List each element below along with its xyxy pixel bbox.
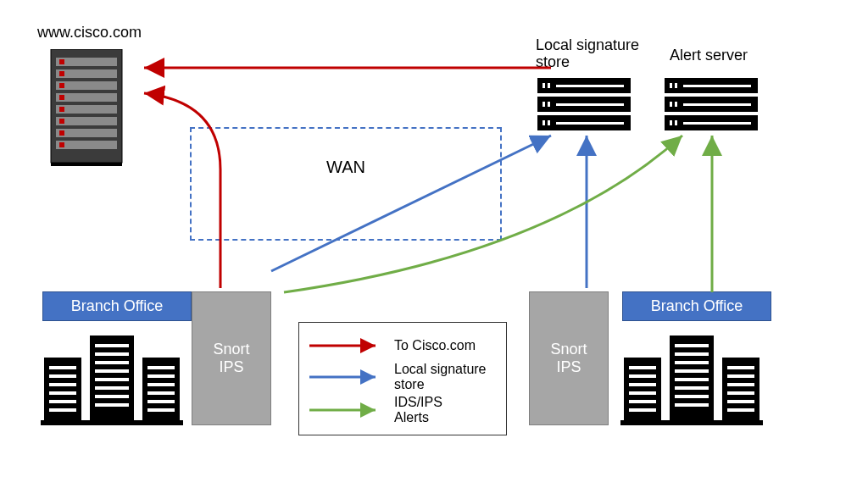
svg-rect-48 — [49, 383, 76, 386]
cisco-url-label: www.cisco.com — [37, 24, 142, 42]
svg-rect-63 — [147, 391, 175, 395]
svg-rect-49 — [49, 391, 76, 395]
branch-office-right-label: Branch Office — [622, 291, 771, 321]
svg-rect-53 — [95, 352, 129, 356]
svg-rect-38 — [683, 103, 751, 106]
svg-rect-69 — [620, 420, 763, 425]
branch-office-left-label: Branch Office — [42, 291, 192, 321]
legend-row-sig: Local signature store — [308, 362, 498, 391]
svg-rect-34 — [675, 83, 677, 88]
svg-rect-87 — [727, 391, 754, 395]
svg-rect-83 — [675, 403, 709, 407]
alert-server-label: Alert server — [670, 47, 748, 64]
svg-rect-9 — [56, 141, 117, 149]
svg-rect-1 — [51, 163, 122, 166]
svg-rect-15 — [59, 119, 64, 124]
svg-rect-29 — [556, 122, 624, 125]
svg-rect-24 — [542, 102, 545, 107]
svg-rect-52 — [95, 344, 129, 347]
svg-rect-40 — [675, 120, 677, 125]
arrow-icon — [308, 369, 384, 385]
building-icon — [41, 332, 183, 425]
svg-rect-23 — [556, 85, 624, 87]
svg-rect-56 — [95, 378, 129, 381]
svg-rect-65 — [147, 408, 175, 412]
svg-rect-55 — [95, 369, 129, 373]
svg-rect-75 — [629, 408, 656, 412]
svg-rect-62 — [147, 383, 175, 386]
legend-row-alerts: IDS/IPS Alerts — [308, 395, 498, 424]
svg-rect-51 — [49, 408, 76, 412]
snort-ips-left: Snort IPS — [192, 291, 271, 425]
svg-rect-85 — [727, 374, 754, 378]
svg-rect-11 — [59, 71, 64, 76]
svg-rect-33 — [670, 83, 672, 88]
svg-rect-81 — [675, 386, 709, 390]
svg-rect-25 — [548, 102, 550, 107]
legend-label: IDS/IPS Alerts — [394, 395, 498, 424]
legend-label: To Cisco.com — [394, 338, 498, 353]
svg-rect-26 — [556, 103, 624, 106]
svg-rect-70 — [629, 366, 656, 369]
svg-rect-79 — [675, 369, 709, 373]
svg-rect-76 — [675, 344, 709, 347]
svg-rect-54 — [95, 361, 129, 364]
svg-rect-10 — [59, 59, 64, 64]
svg-rect-84 — [727, 366, 754, 369]
svg-rect-17 — [59, 142, 64, 147]
snort-ips-right: Snort IPS — [529, 291, 609, 425]
wan-label: WAN — [326, 158, 365, 177]
svg-rect-89 — [727, 408, 754, 412]
svg-rect-8 — [56, 129, 117, 137]
arrow-icon — [308, 402, 384, 419]
svg-rect-12 — [59, 83, 64, 88]
svg-rect-41 — [683, 122, 751, 125]
svg-rect-59 — [95, 403, 129, 407]
svg-rect-82 — [675, 395, 709, 398]
wan-box: WAN — [190, 127, 502, 241]
svg-rect-88 — [727, 400, 754, 403]
svg-rect-77 — [675, 352, 709, 356]
svg-rect-45 — [41, 420, 183, 425]
svg-rect-7 — [56, 117, 117, 125]
svg-rect-72 — [629, 383, 656, 386]
svg-rect-50 — [49, 400, 76, 403]
svg-rect-78 — [675, 361, 709, 364]
svg-rect-27 — [542, 120, 545, 125]
svg-rect-5 — [56, 93, 117, 102]
server-stack-icon — [537, 78, 631, 130]
svg-rect-16 — [59, 130, 64, 136]
svg-rect-2 — [56, 58, 117, 66]
svg-rect-37 — [675, 102, 677, 107]
svg-rect-60 — [147, 366, 175, 369]
svg-rect-74 — [629, 400, 656, 403]
svg-rect-22 — [548, 83, 550, 88]
svg-rect-39 — [670, 120, 672, 125]
svg-rect-35 — [683, 85, 751, 87]
local-signature-store-label: Local signature store — [536, 37, 639, 71]
building-icon — [620, 332, 763, 425]
snort-ips-left-label: Snort IPS — [213, 341, 249, 376]
svg-rect-64 — [147, 400, 175, 403]
svg-rect-46 — [49, 366, 76, 369]
legend-label: Local signature store — [394, 362, 498, 391]
svg-rect-58 — [95, 395, 129, 398]
svg-rect-4 — [56, 81, 117, 90]
svg-rect-61 — [147, 374, 175, 378]
svg-rect-21 — [542, 83, 545, 88]
svg-rect-13 — [59, 95, 64, 100]
legend-box: To Cisco.com Local signature store IDS/I… — [298, 322, 507, 435]
snort-ips-right-label: Snort IPS — [550, 341, 587, 376]
svg-rect-57 — [95, 386, 129, 390]
svg-rect-36 — [670, 102, 672, 107]
svg-rect-73 — [629, 391, 656, 395]
svg-rect-3 — [56, 69, 117, 78]
svg-rect-47 — [49, 374, 76, 378]
svg-rect-86 — [727, 383, 754, 386]
arrow-icon — [308, 337, 384, 354]
svg-rect-71 — [629, 374, 656, 378]
svg-rect-14 — [59, 107, 64, 112]
svg-rect-80 — [675, 378, 709, 381]
legend-row-cisco: To Cisco.com — [308, 333, 498, 358]
server-rack-icon — [47, 49, 125, 166]
